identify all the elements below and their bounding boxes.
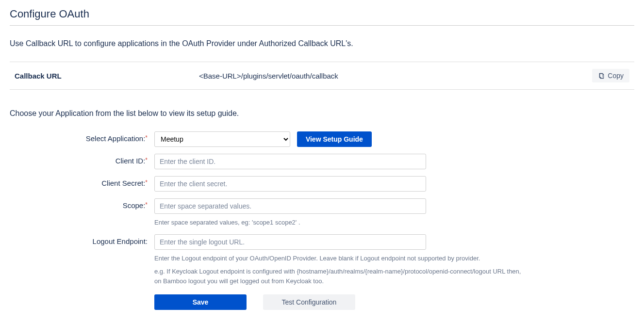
- client-secret-label: Client Secret:*: [10, 176, 154, 187]
- row-client-id: Client ID:*: [10, 154, 634, 169]
- copy-button-label: Copy: [608, 72, 624, 80]
- test-configuration-button[interactable]: Test Configuration: [263, 294, 355, 310]
- intro-text: Use Callback URL to configure applicatio…: [10, 39, 634, 48]
- title-divider: [10, 25, 634, 26]
- logout-endpoint-label: Logout Endpoint:: [10, 234, 154, 245]
- logout-endpoint-help-2: e.g. If Keycloak Logout endpoint is conf…: [154, 267, 523, 286]
- client-id-input[interactable]: [154, 154, 426, 169]
- page-title: Configure OAuth: [10, 8, 634, 20]
- view-setup-guide-button[interactable]: View Setup Guide: [297, 131, 372, 147]
- row-buttons: Save Test Configuration: [10, 294, 634, 310]
- logout-endpoint-input[interactable]: [154, 234, 426, 250]
- callback-url-label: Callback URL: [15, 72, 199, 80]
- scope-help-text: Enter space separated values, eg: 'scope…: [154, 218, 523, 227]
- subintro-text: Choose your Application from the list be…: [10, 109, 634, 118]
- client-id-label: Client ID:*: [10, 154, 154, 165]
- callback-url-value: <Base-URL>/plugins/servlet/oauth/callbac…: [199, 72, 592, 80]
- copy-button[interactable]: Copy: [592, 69, 629, 82]
- row-select-application: Select Application:* Meetup View Setup G…: [10, 131, 634, 147]
- client-secret-input[interactable]: [154, 176, 426, 192]
- scope-label: Scope:*: [10, 198, 154, 210]
- row-scope: Scope:* Enter space separated values, eg…: [10, 198, 634, 227]
- callback-row: Callback URL <Base-URL>/plugins/servlet/…: [10, 62, 634, 90]
- save-button[interactable]: Save: [154, 294, 247, 310]
- copy-icon: [598, 72, 605, 79]
- select-application-label: Select Application:*: [10, 131, 154, 143]
- row-logout-endpoint: Logout Endpoint: Enter the Logout endpoi…: [10, 234, 634, 286]
- logout-endpoint-help-1: Enter the Logout endpoint of your OAuth/…: [154, 254, 523, 263]
- row-client-secret: Client Secret:*: [10, 176, 634, 192]
- scope-input[interactable]: [154, 198, 426, 214]
- select-application-dropdown[interactable]: Meetup: [154, 131, 290, 147]
